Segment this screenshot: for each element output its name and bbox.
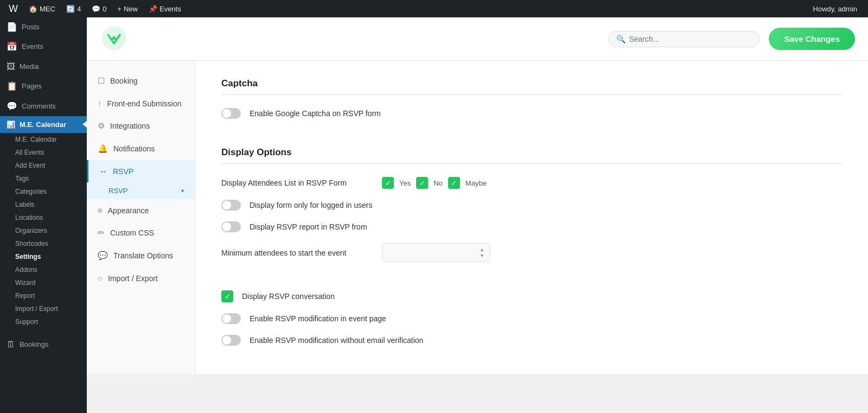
rsvp-modification-toggle[interactable] xyxy=(221,313,241,324)
sidebar-sub-support[interactable]: Support xyxy=(0,315,87,328)
sidebar-item-me-calendar[interactable]: 📊 M.E. Calendar xyxy=(0,116,87,133)
adminbar-new[interactable]: + New xyxy=(113,0,142,17)
import-export-icon: ○ xyxy=(98,274,103,283)
css-icon: ✏ xyxy=(98,228,105,238)
rsvp-report-toggle[interactable] xyxy=(221,221,241,232)
no-label: No xyxy=(433,179,443,187)
maybe-label: Maybe xyxy=(465,179,487,187)
search-input[interactable] xyxy=(629,35,752,43)
mec-nav-frontend-submission[interactable]: ↑ Front-end Submission xyxy=(87,92,195,115)
comment-icon: 💬 xyxy=(92,5,100,13)
spin-buttons[interactable]: ▲▼ xyxy=(480,247,484,258)
events-icon: 📌 xyxy=(149,5,157,13)
mec-logo xyxy=(100,24,128,54)
sidebar-sub-me-calendar[interactable]: M.E. Calendar xyxy=(0,133,87,146)
home-icon: 🏠 xyxy=(29,5,37,13)
sidebar-sub-tags[interactable]: Tags xyxy=(0,172,87,185)
rsvp-modification-row: Enable RSVP modification in event page xyxy=(221,313,842,324)
logged-in-row: Display form only for logged in users xyxy=(221,200,842,211)
mec-subnav-rsvp[interactable]: RSVP ▾ xyxy=(87,182,195,199)
min-attendees-input[interactable] xyxy=(388,249,480,257)
yes-label: Yes xyxy=(399,179,411,187)
comments-icon: 💬 xyxy=(7,100,17,112)
captcha-option-row: Enable Google Captcha on RSVP form xyxy=(221,108,842,119)
sidebar-sub-add-event[interactable]: Add Event xyxy=(0,159,87,172)
sidebar-item-events[interactable]: 📅 Events xyxy=(0,37,87,56)
mec-nav-integrations[interactable]: ⚙ Integrations xyxy=(87,115,195,137)
min-attendees-input-wrapper: ▲▼ xyxy=(382,243,490,262)
adminbar-comments[interactable]: 💬 0 xyxy=(87,0,111,17)
notifications-icon: 🔔 xyxy=(98,144,108,154)
sidebar-item-comments[interactable]: 💬 Comments xyxy=(0,97,87,116)
sidebar-item-bookings[interactable]: 🗓 Bookings xyxy=(0,335,87,354)
booking-icon: ☐ xyxy=(98,76,105,86)
maybe-checkbox[interactable]: ✓ xyxy=(448,177,460,189)
sidebar-item-posts[interactable]: 📄 Posts xyxy=(0,17,87,37)
rsvp-conversation-row: ✓ Display RSVP conversation xyxy=(221,290,842,302)
rsvp-conversation-checkbox[interactable]: ✓ xyxy=(221,290,233,302)
attendees-radio-group: ✓ Yes ✓ No ✓ Maybe xyxy=(382,177,487,189)
sidebar-sub-wizard[interactable]: Wizard xyxy=(0,276,87,289)
rsvp-no-email-label: Enable RSVP modification without email v… xyxy=(250,336,423,345)
posts-icon: 📄 xyxy=(7,21,17,33)
attendees-list-row: Display Attendees List in RSVP Form ✓ Ye… xyxy=(221,177,842,189)
mec-header: 🔍 Save Changes xyxy=(87,17,868,61)
sidebar-sub-settings[interactable]: Settings xyxy=(0,250,87,263)
search-icon: 🔍 xyxy=(616,35,626,43)
mec-nav-rsvp[interactable]: ↔ RSVP xyxy=(87,160,195,182)
mec-nav-booking[interactable]: ☐ Booking xyxy=(87,69,195,92)
adminbar-mec[interactable]: 🏠 MEC xyxy=(24,0,60,17)
sidebar-sub-report[interactable]: Report xyxy=(0,289,87,302)
captcha-option-label: Enable Google Captcha on RSVP form xyxy=(250,109,401,118)
rsvp-conversation-label: Display RSVP conversation xyxy=(242,292,394,301)
pages-icon: 📋 xyxy=(7,80,17,92)
logged-in-toggle[interactable] xyxy=(221,200,241,211)
plus-icon: + xyxy=(117,5,122,13)
sidebar-sub-shortcodes[interactable]: Shortcodes xyxy=(0,237,87,250)
update-icon: 🔄 xyxy=(66,5,75,13)
min-attendees-row: Minimum attendees to start the event ▲▼ xyxy=(221,243,842,262)
bookings-icon: 🗓 xyxy=(7,339,15,351)
no-checkbox[interactable]: ✓ xyxy=(416,177,428,189)
min-attendees-label: Minimum attendees to start the event xyxy=(221,249,373,257)
mec-nav-notifications[interactable]: 🔔 Notifications xyxy=(87,137,195,160)
rsvp-icon: ↔ xyxy=(99,167,107,176)
calendar-icon: 📊 xyxy=(7,120,15,129)
adminbar-events[interactable]: 📌 Events xyxy=(144,0,186,17)
media-icon: 🖼 xyxy=(7,61,15,73)
mec-nav-translate-options[interactable]: 💬 Translate Options xyxy=(87,244,195,267)
rsvp-report-row: Display RSVP report in RSVP from xyxy=(221,221,842,232)
mec-nav-import-export[interactable]: ○ Import / Export xyxy=(87,267,195,289)
translate-icon: 💬 xyxy=(98,251,108,260)
logged-in-label: Display form only for logged in users xyxy=(250,201,401,209)
yes-checkbox[interactable]: ✓ xyxy=(382,177,394,189)
mec-content: Captcha Enable Google Captcha on RSVP fo… xyxy=(195,61,868,374)
search-bar[interactable]: 🔍 xyxy=(608,31,760,47)
rsvp-report-label: Display RSVP report in RSVP from xyxy=(250,223,401,231)
attendees-list-label: Display Attendees List in RSVP Form xyxy=(221,179,373,187)
display-options-section-title: Display Options xyxy=(221,147,842,164)
events-sidebar-icon: 📅 xyxy=(7,41,17,53)
rsvp-modification-label: Enable RSVP modification in event page xyxy=(250,314,401,323)
mec-nav-appearance[interactable]: ≡ Appearance xyxy=(87,199,195,221)
sidebar-item-media[interactable]: 🖼 Media xyxy=(0,57,87,77)
submission-icon: ↑ xyxy=(98,99,102,108)
sidebar-sub-locations[interactable]: Locations xyxy=(0,211,87,224)
adminbar-updates[interactable]: 🔄 4 xyxy=(62,0,85,17)
sidebar-sub-all-events[interactable]: All Events xyxy=(0,146,87,159)
wp-logo[interactable]: W xyxy=(4,0,22,17)
sidebar-sub-categories[interactable]: Categories xyxy=(0,185,87,198)
sidebar-sub-import-export[interactable]: Import / Export xyxy=(0,302,87,315)
appearance-icon: ≡ xyxy=(98,206,103,215)
rsvp-no-email-row: Enable RSVP modification without email v… xyxy=(221,335,842,346)
sidebar-sub-labels[interactable]: Labels xyxy=(0,198,87,211)
sidebar-item-pages[interactable]: 📋 Pages xyxy=(0,77,87,96)
save-changes-button[interactable]: Save Changes xyxy=(769,28,855,50)
chevron-down-icon: ▾ xyxy=(181,188,184,194)
rsvp-no-email-toggle[interactable] xyxy=(221,335,241,346)
integrations-icon: ⚙ xyxy=(98,121,105,131)
captcha-toggle[interactable] xyxy=(221,108,241,119)
sidebar-sub-organizers[interactable]: Organizers xyxy=(0,224,87,237)
sidebar-sub-addons[interactable]: Addons xyxy=(0,263,87,276)
mec-nav-custom-css[interactable]: ✏ Custom CSS xyxy=(87,221,195,244)
